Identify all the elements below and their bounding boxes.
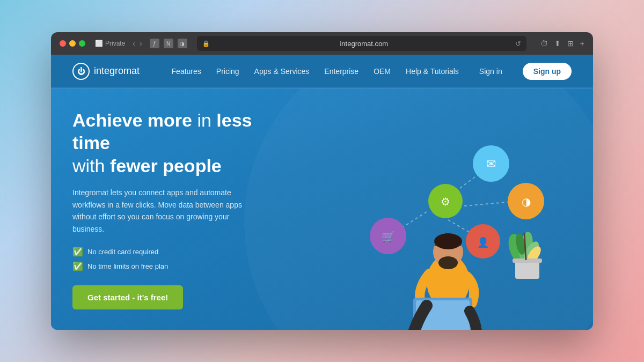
- cta-button[interactable]: Get started - it's free!: [72, 285, 183, 309]
- private-indicator: ⬜ Private: [95, 40, 125, 47]
- nav-link-oem[interactable]: OEM: [374, 67, 391, 76]
- hero-title-part5: fewer people: [110, 156, 222, 176]
- svg-rect-20: [513, 258, 542, 263]
- logo-area: ⏻ integromat: [72, 63, 140, 80]
- website-content: ⏻ integromat Features Pricing Apps & Ser…: [51, 55, 593, 330]
- traffic-light-red[interactable]: [60, 40, 66, 47]
- svg-text:🛒: 🛒: [382, 230, 395, 243]
- hero-description: Integromat lets you connect apps and aut…: [72, 187, 244, 235]
- traffic-lights: [60, 40, 85, 47]
- hero-content: Achieve more in less time with fewer peo…: [72, 109, 276, 309]
- svg-point-24: [438, 256, 458, 269]
- svg-rect-19: [515, 260, 539, 279]
- sign-up-button[interactable]: Sign up: [523, 63, 572, 80]
- svg-text:👤: 👤: [477, 237, 489, 248]
- nav-link-apps-services[interactable]: Apps & Services: [254, 67, 310, 76]
- nav-links: Features Pricing Apps & Services Enterpr…: [172, 63, 572, 80]
- traffic-light-yellow[interactable]: [69, 40, 76, 47]
- hero-checks: ✅ No credit card required ✅ No time limi…: [72, 247, 276, 271]
- url-text: integromat.com: [213, 40, 515, 48]
- hero-section: Achieve more in less time with fewer peo…: [51, 88, 593, 330]
- hero-illustration: ✉ ◑ ⚙ 🛒 👤: [319, 131, 577, 330]
- lock-icon: 🔒: [202, 40, 210, 47]
- browser-right-controls: ⏱ ⬆ ⊞ +: [540, 39, 584, 48]
- logo-text: integromat: [94, 65, 140, 77]
- hero-title: Achieve more in less time with fewer peo…: [72, 109, 276, 178]
- forward-button[interactable]: ›: [140, 39, 142, 48]
- browser-extensions: ƒ N ◑: [150, 39, 187, 48]
- tabs-icon[interactable]: ⊞: [567, 39, 574, 48]
- hero-check-label-2: No time limits on free plan: [87, 262, 168, 270]
- nav-link-enterprise[interactable]: Enterprise: [324, 67, 358, 76]
- share-icon[interactable]: ⬆: [554, 39, 561, 48]
- url-bar[interactable]: 🔒 integromat.com ↺: [197, 36, 526, 51]
- site-navigation: ⏻ integromat Features Pricing Apps & Ser…: [51, 55, 593, 88]
- browser-navigation: ‹ ›: [133, 39, 142, 48]
- svg-text:✉: ✉: [486, 157, 496, 171]
- hero-check-2: ✅ No time limits on free plan: [72, 261, 276, 271]
- browser-titlebar: ⬜ Private ‹ › ƒ N ◑ 🔒 integromat.com ↺ ⏱: [51, 32, 593, 55]
- ext-icon-f[interactable]: ƒ: [150, 39, 159, 48]
- downloads-icon[interactable]: ⏱: [540, 39, 548, 48]
- nav-link-pricing[interactable]: Pricing: [216, 67, 239, 76]
- new-tab-icon[interactable]: +: [580, 39, 584, 48]
- browser-window: ⬜ Private ‹ › ƒ N ◑ 🔒 integromat.com ↺ ⏱: [51, 32, 593, 330]
- svg-text:⚙: ⚙: [441, 196, 450, 208]
- svg-text:◑: ◑: [522, 196, 531, 208]
- sign-in-link[interactable]: Sign in: [479, 67, 502, 76]
- ext-icon-n[interactable]: N: [164, 39, 173, 48]
- back-button[interactable]: ‹: [133, 39, 135, 48]
- check-icon-2: ✅: [72, 261, 83, 271]
- nav-link-help-tutorials[interactable]: Help & Tutorials: [406, 67, 459, 76]
- hero-check-label-1: No credit card required: [87, 248, 158, 256]
- ext-icon-circle[interactable]: ◑: [178, 39, 187, 48]
- logo-icon: ⏻: [72, 63, 90, 80]
- nav-link-features[interactable]: Features: [172, 67, 201, 76]
- check-icon-1: ✅: [72, 247, 83, 257]
- traffic-light-green[interactable]: [79, 40, 85, 47]
- hero-title-part1: Achieve more: [72, 110, 192, 130]
- hero-check-1: ✅ No credit card required: [72, 247, 276, 257]
- refresh-icon[interactable]: ↺: [515, 40, 521, 48]
